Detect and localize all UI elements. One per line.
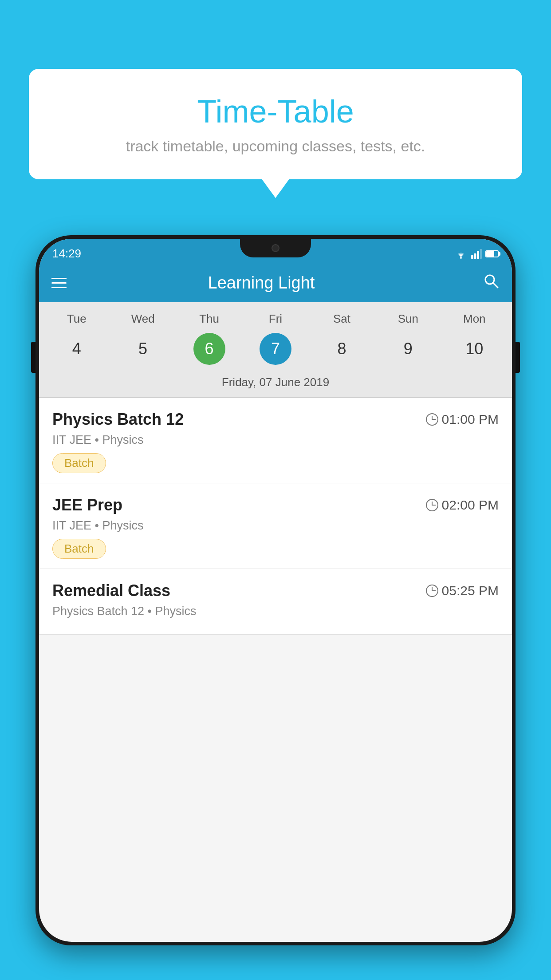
svg-point-0	[460, 257, 462, 259]
selected-date-label: Friday, 07 June 2019	[39, 371, 512, 398]
schedule-item-1-header: JEE Prep 02:00 PM	[52, 496, 499, 514]
day-label-mon[interactable]: Mon	[441, 308, 508, 329]
phone-container: 14:29	[35, 235, 516, 980]
schedule-item-2-title: Remedial Class	[52, 581, 170, 600]
schedule-item-0-time: 01:00 PM	[426, 412, 499, 427]
date-9[interactable]: 9	[392, 333, 424, 365]
phone-notch	[240, 239, 311, 257]
date-6-today[interactable]: 6	[193, 333, 225, 365]
speech-bubble-container: Time-Table track timetable, upcoming cla…	[29, 69, 522, 179]
schedule-item-0-time-text: 01:00 PM	[442, 412, 499, 427]
battery-icon	[485, 250, 499, 257]
schedule-item-0-sub: IIT JEE • Physics	[52, 433, 499, 447]
schedule-item-0[interactable]: Physics Batch 12 01:00 PM IIT JEE • Phys…	[39, 398, 512, 483]
date-5[interactable]: 5	[127, 333, 159, 365]
svg-rect-1	[471, 255, 473, 259]
bubble-title: Time-Table	[55, 93, 496, 130]
power-button-right	[516, 342, 520, 373]
schedule-list: Physics Batch 12 01:00 PM IIT JEE • Phys…	[39, 398, 512, 635]
day-label-fri[interactable]: Fri	[242, 308, 308, 329]
day-label-wed[interactable]: Wed	[110, 308, 176, 329]
phone-outer: 14:29	[35, 235, 516, 945]
schedule-item-2-header: Remedial Class 05:25 PM	[52, 581, 499, 600]
search-button[interactable]	[483, 273, 500, 293]
schedule-item-1-time-text: 02:00 PM	[442, 498, 499, 513]
svg-rect-3	[477, 251, 479, 259]
date-4[interactable]: 4	[61, 333, 93, 365]
schedule-item-2-time: 05:25 PM	[426, 583, 499, 598]
signal-icon	[471, 249, 482, 259]
schedule-item-2-sub: Physics Batch 12 • Physics	[52, 605, 499, 618]
status-time: 14:29	[52, 247, 81, 261]
menu-button[interactable]	[51, 278, 67, 288]
schedule-item-1-time: 02:00 PM	[426, 498, 499, 513]
schedule-item-1[interactable]: JEE Prep 02:00 PM IIT JEE • Physics Batc…	[39, 483, 512, 569]
schedule-item-2[interactable]: Remedial Class 05:25 PM Physics Batch 12…	[39, 569, 512, 635]
bubble-subtitle: track timetable, upcoming classes, tests…	[55, 138, 496, 155]
app-title: Learning Light	[79, 273, 444, 292]
date-8[interactable]: 8	[326, 333, 358, 365]
clock-icon-1	[426, 499, 438, 511]
calendar-days-header: Tue Wed Thu Fri Sat Sun Mon	[39, 308, 512, 329]
day-label-sat[interactable]: Sat	[309, 308, 375, 329]
status-icons	[454, 249, 499, 259]
date-7-selected[interactable]: 7	[260, 333, 291, 365]
day-label-sun[interactable]: Sun	[375, 308, 441, 329]
schedule-item-0-header: Physics Batch 12 01:00 PM	[52, 410, 499, 429]
phone-screen: 14:29	[39, 239, 512, 942]
speech-bubble: Time-Table track timetable, upcoming cla…	[29, 69, 522, 179]
batch-tag-1: Batch	[52, 539, 106, 559]
schedule-item-0-title: Physics Batch 12	[52, 410, 184, 429]
day-label-thu[interactable]: Thu	[176, 308, 242, 329]
wifi-icon	[454, 249, 468, 259]
schedule-item-2-time-text: 05:25 PM	[442, 583, 499, 598]
clock-icon-2	[426, 585, 438, 597]
calendar-strip: Tue Wed Thu Fri Sat Sun Mon 4 5 6 7 8 9 …	[39, 302, 512, 398]
calendar-dates: 4 5 6 7 8 9 10	[39, 329, 512, 371]
schedule-item-1-title: JEE Prep	[52, 496, 122, 514]
schedule-item-1-sub: IIT JEE • Physics	[52, 519, 499, 533]
front-camera	[272, 244, 279, 252]
day-label-tue[interactable]: Tue	[43, 308, 110, 329]
svg-line-6	[493, 283, 498, 288]
svg-rect-4	[480, 249, 482, 259]
app-bar: Learning Light	[39, 263, 512, 302]
clock-icon-0	[426, 413, 438, 426]
batch-tag-0: Batch	[52, 453, 106, 473]
volume-button-left	[31, 342, 35, 373]
svg-rect-2	[474, 253, 476, 259]
date-10[interactable]: 10	[458, 333, 490, 365]
